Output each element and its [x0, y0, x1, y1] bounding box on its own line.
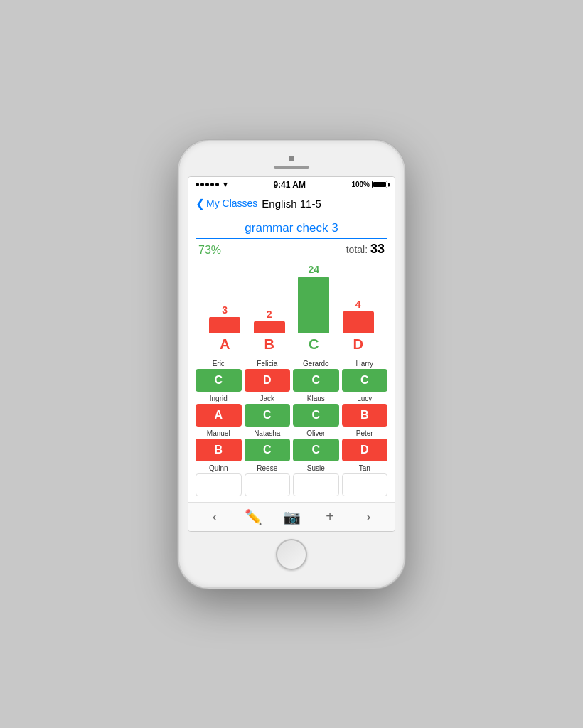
- student-grid: EricCFeliciaDGerardoCHarryCIngridAJackCK…: [196, 360, 387, 496]
- speaker-bar: [274, 166, 309, 169]
- student-cell: GerardoC: [293, 360, 339, 392]
- grade-badge[interactable]: C: [245, 404, 291, 427]
- battery-pct-label: 100%: [351, 181, 370, 188]
- total-value: 33: [370, 242, 385, 256]
- student-cell: HarryC: [342, 360, 388, 392]
- student-cell: NatashaC: [245, 429, 291, 461]
- edit-button[interactable]: ✏️: [240, 507, 266, 527]
- grade-axis-label: D: [336, 336, 381, 353]
- grade-badge[interactable]: C: [196, 369, 242, 392]
- grade-badge[interactable]: C: [293, 369, 339, 392]
- chart-col-c: 24: [292, 264, 336, 333]
- student-cell: Reese: [245, 464, 291, 496]
- grade-badge[interactable]: B: [196, 439, 242, 461]
- student-name: Klaus: [307, 395, 325, 402]
- student-name: Peter: [356, 429, 373, 437]
- chart-col-d: 4: [336, 299, 381, 333]
- bar-underline: [209, 331, 240, 333]
- student-name: Manuel: [207, 429, 230, 437]
- grade-badge-empty: [293, 473, 339, 496]
- student-cell: Tan: [342, 464, 388, 496]
- student-name: Felicia: [257, 360, 277, 368]
- signal-dot-4: [210, 183, 214, 186]
- student-name: Tan: [359, 464, 370, 472]
- bar: [254, 321, 285, 331]
- signal-dot-3: [205, 183, 209, 186]
- bar-count: 2: [267, 309, 272, 320]
- grade-badge[interactable]: C: [293, 439, 339, 461]
- phone-device: ▾ 9:41 AM 100% ❮ My Classes English 11-5…: [178, 140, 405, 589]
- student-name: Reese: [257, 464, 277, 472]
- student-cell: IngridA: [196, 395, 242, 427]
- phone-screen: ▾ 9:41 AM 100% ❮ My Classes English 11-5…: [188, 176, 395, 532]
- student-name: Jack: [260, 395, 274, 402]
- student-name: Gerardo: [303, 360, 329, 368]
- bar-underline: [254, 331, 285, 333]
- top-bezel: [188, 150, 395, 176]
- bar: [343, 311, 374, 331]
- grade-axis-label: C: [292, 336, 336, 353]
- add-button[interactable]: +: [317, 507, 343, 527]
- grade-badge[interactable]: C: [293, 404, 339, 427]
- student-name: Quinn: [209, 464, 228, 472]
- grade-badge-empty: [342, 473, 388, 496]
- status-left: ▾: [196, 180, 228, 189]
- student-cell: Susie: [293, 464, 339, 496]
- signal-dot-1: [196, 183, 199, 186]
- battery-fill: [373, 182, 386, 187]
- student-cell: JackC: [245, 395, 291, 427]
- grade-axis-label: B: [247, 336, 292, 353]
- student-name: Harry: [356, 360, 373, 368]
- student-cell: FeliciaD: [245, 360, 291, 392]
- wifi-icon: ▾: [223, 180, 228, 189]
- grade-badge[interactable]: D: [245, 369, 291, 392]
- bar-underline: [343, 331, 374, 333]
- bottom-bezel: [188, 532, 395, 579]
- prev-button[interactable]: ‹: [202, 507, 228, 527]
- signal-dots: [196, 183, 219, 186]
- student-name: Susie: [307, 464, 325, 472]
- main-content: grammar check 3 73% total: 33 32244 ABCD…: [188, 215, 395, 502]
- chart-col-a: 3: [203, 304, 247, 333]
- bar-count: 24: [308, 264, 319, 275]
- chart-col-b: 2: [247, 309, 292, 333]
- student-cell: Quinn: [196, 464, 242, 496]
- percentage-label: 73%: [198, 244, 221, 257]
- bar-count: 4: [355, 299, 361, 310]
- grade-axis-label: A: [203, 336, 247, 353]
- bar-count: 3: [222, 304, 228, 316]
- student-name: Natasha: [254, 429, 280, 437]
- grade-badge[interactable]: B: [342, 404, 388, 427]
- student-cell: OliverC: [293, 429, 339, 461]
- bar-chart: 32244: [196, 262, 387, 333]
- next-button[interactable]: ›: [355, 507, 381, 527]
- grade-badge[interactable]: C: [245, 439, 291, 461]
- home-button[interactable]: [276, 539, 307, 570]
- grade-badge-empty: [245, 473, 291, 496]
- bar: [209, 317, 240, 331]
- grade-badge[interactable]: A: [196, 404, 242, 427]
- page-title: English 11-5: [262, 198, 321, 210]
- back-button[interactable]: ❮ My Classes: [196, 197, 257, 210]
- grade-badge[interactable]: C: [342, 369, 388, 392]
- total-text: total:: [346, 244, 368, 255]
- camera-button[interactable]: 📷: [279, 507, 304, 527]
- student-name: Lucy: [357, 395, 372, 402]
- status-right: 100%: [351, 181, 387, 188]
- stats-row: 73% total: 33: [196, 242, 387, 257]
- total-label: total: 33: [346, 242, 385, 257]
- status-bar: ▾ 9:41 AM 100%: [188, 177, 395, 193]
- nav-bar: ❮ My Classes English 11-5: [188, 193, 395, 215]
- student-cell: ManuelB: [196, 429, 242, 461]
- student-name: Oliver: [306, 429, 325, 437]
- student-name: Ingrid: [210, 395, 228, 402]
- back-label: My Classes: [206, 198, 257, 209]
- student-cell: LucyB: [342, 395, 388, 427]
- battery-icon: [372, 181, 387, 188]
- grade-badge[interactable]: D: [342, 439, 388, 461]
- camera-dot: [289, 156, 294, 161]
- signal-dot-5: [215, 183, 219, 186]
- assignment-title: grammar check 3: [196, 221, 387, 239]
- chevron-left-icon: ❮: [196, 197, 205, 210]
- student-cell: KlausC: [293, 395, 339, 427]
